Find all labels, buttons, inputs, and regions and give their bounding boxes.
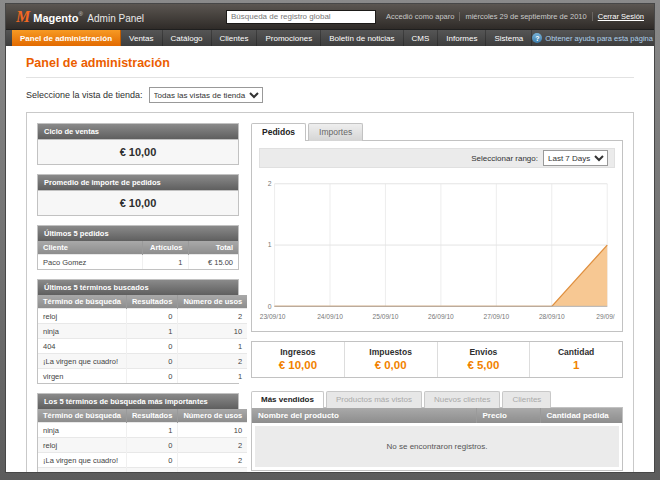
svg-text:25/09/10: 25/09/10 — [373, 313, 399, 320]
grid-column-header-nombre-del-producto: Nombre del producto — [252, 408, 476, 423]
nav-item-sistema[interactable]: Sistema — [486, 30, 532, 46]
nav-item-cms[interactable]: CMS — [404, 30, 439, 46]
page-background: M Magento® Admin Panel Accedió como apar… — [0, 0, 660, 480]
last-orders-table: ClienteArtículosTotalPaco Gomez1€ 15.00 — [38, 241, 238, 269]
total-value: € 5,00 — [438, 359, 530, 371]
nav-item-promociones[interactable]: Promociones — [257, 30, 321, 46]
range-bar: Seleccionar rango: Last 7 Days — [259, 148, 615, 168]
grid-empty-message: No se encontraron registros. — [255, 426, 619, 467]
svg-text:24/09/10: 24/09/10 — [317, 313, 343, 320]
range-select[interactable]: Last 7 Days — [543, 150, 608, 166]
table-cell: 0 — [126, 453, 177, 468]
dashboard-sidebar: Ciclo de ventas € 10,00 Promedio de impo… — [37, 123, 239, 473]
table-cell: 1 — [126, 324, 177, 339]
table-cell: ¡La virgen que cuadro! — [38, 453, 126, 468]
store-view-select[interactable]: Todas las vistas de tienda — [149, 87, 263, 103]
tab-pedidos[interactable]: Pedidos — [251, 123, 306, 141]
nav-items: Panel de administraciónVentasCatálogoCli… — [12, 30, 532, 46]
column-header-arti-culos: Artículos — [142, 241, 188, 255]
table-row: ¡La virgen que cuadro!02 — [38, 453, 247, 468]
dashboard-main: PedidosImportes Seleccionar rango: Last … — [251, 123, 623, 471]
table-cell: 0 — [126, 309, 177, 324]
svg-text:28/09/10: 28/09/10 — [539, 313, 565, 320]
help-link[interactable]: ? Obtener ayuda para esta página — [532, 30, 653, 46]
magento-logo-icon: M — [16, 9, 30, 25]
nav-item-boleti-n-de-noticias[interactable]: Boletín de noticias — [321, 30, 403, 46]
table-cell: 0 — [126, 339, 177, 354]
logged-in-as: Accedió como aparo — [386, 12, 454, 21]
table-row: ninja110 — [38, 423, 247, 438]
column-header-te-rmino-de-bu-squeda: Término de búsqueda — [38, 295, 126, 309]
table-cell: 1 — [126, 423, 177, 438]
table-header-row: Término de búsquedaResultadosNúmero de u… — [38, 409, 247, 423]
content-area: Panel de administración Seleccione la vi… — [6, 46, 654, 473]
top-search-terms-box: Los 5 términos de búsqueda más important… — [37, 393, 239, 473]
last-search-terms-box: Últimos 5 términos buscados Término de b… — [37, 279, 239, 384]
admin-panel-window: M Magento® Admin Panel Accedió como apar… — [5, 3, 655, 473]
tab-importes[interactable]: Importes — [308, 123, 363, 141]
table-row: reloj02 — [38, 438, 247, 453]
logout-link[interactable]: Cerrar Sesión — [598, 12, 644, 21]
nav-item-cata-logo[interactable]: Catálogo — [163, 30, 212, 46]
global-search-input[interactable] — [226, 10, 376, 24]
table-cell: ¡La virgen que cuadro! — [38, 354, 126, 369]
lifetime-sales-value: € 10,00 — [38, 139, 238, 164]
total-value: 1 — [530, 359, 622, 371]
column-header-resultados: Resultados — [126, 409, 177, 423]
table-cell: 2 — [178, 354, 247, 369]
grid-tab-clientes[interactable]: Clientes — [502, 391, 551, 408]
current-date: miércoles 29 de septiembre de 2010 — [465, 12, 586, 21]
average-orders-box: Promedio de importe de pedidos € 10,00 — [37, 174, 239, 216]
range-label: Seleccionar rango: — [471, 154, 538, 163]
svg-text:1: 1 — [268, 241, 272, 248]
nav-item-clientes[interactable]: Clientes — [212, 30, 258, 46]
grid-tabs: Más vendidosProductos más vistosNuevos c… — [251, 391, 623, 407]
svg-text:27/09/10: 27/09/10 — [483, 313, 509, 320]
table-row: 40401 — [38, 339, 247, 354]
table-cell: virgen — [38, 369, 126, 384]
total-label: Envios — [438, 347, 530, 357]
total-envios: Envios€ 5,00 — [437, 342, 530, 377]
help-icon: ? — [532, 33, 542, 43]
svg-text:26/09/10: 26/09/10 — [428, 313, 454, 320]
total-value: € 0,00 — [345, 359, 437, 371]
average-orders-title: Promedio de importe de pedidos — [38, 175, 238, 190]
column-header-nu-mero-de-usos: Número de usos — [178, 409, 247, 423]
table-cell: reloj — [38, 438, 126, 453]
svg-text:23/09/10: 23/09/10 — [260, 313, 286, 320]
diagram-tabs: PedidosImportes — [251, 123, 623, 140]
grid-tab-nuevos-clientes[interactable]: Nuevos clientes — [424, 391, 500, 408]
table-cell: 10 — [178, 324, 247, 339]
table-row: Paco Gomez1€ 15.00 — [38, 255, 238, 270]
table-cell: € 15.00 — [188, 255, 238, 270]
table-row: virgen01 — [38, 369, 247, 384]
nav-item-panel-de-administracio-n[interactable]: Panel de administración — [12, 30, 121, 46]
table-cell: reloj — [38, 309, 126, 324]
grid-tab-ma-s-vendidos[interactable]: Más vendidos — [251, 391, 324, 408]
orders-area-chart: 01223/09/1024/09/1025/09/1026/09/1027/09… — [259, 176, 615, 324]
table-row: ¡La virgen que cuadro!02 — [38, 354, 247, 369]
total-value: € 10,00 — [252, 359, 344, 371]
lifetime-sales-box: Ciclo de ventas € 10,00 — [37, 123, 239, 165]
orders-chart-panel: Seleccionar rango: Last 7 Days 01223/09/… — [251, 140, 623, 332]
header-divider — [459, 12, 460, 21]
page-title: Panel de administración — [26, 56, 634, 70]
header-divider — [592, 12, 593, 21]
table-cell: 404 — [38, 339, 126, 354]
products-grid: Nombre del productoPrecioCantidad pedida… — [251, 407, 623, 471]
table-cell: ninja — [38, 324, 126, 339]
grid-tab-productos-ma-s-vistos[interactable]: Productos más vistos — [326, 391, 422, 408]
nav-item-informes[interactable]: Informes — [438, 30, 486, 46]
nav-item-ventas[interactable]: Ventas — [121, 30, 162, 46]
table-header-row: Término de búsquedaResultadosNúmero de u… — [38, 295, 247, 309]
last-search-terms-table: Término de búsquedaResultadosNúmero de u… — [38, 295, 247, 383]
brand-text: Magento® Admin Panel — [33, 8, 144, 26]
title-divider — [26, 77, 634, 78]
average-orders-value: € 10,00 — [38, 190, 238, 215]
total-label: Impuestos — [345, 347, 437, 357]
svg-text:0: 0 — [268, 303, 272, 310]
dashboard-panel: Ciclo de ventas € 10,00 Promedio de impo… — [26, 112, 634, 473]
table-row: ninja110 — [38, 324, 247, 339]
header-user-info: Accedió como aparo miércoles 29 de septi… — [386, 12, 644, 21]
table-cell: 1 — [178, 369, 247, 384]
